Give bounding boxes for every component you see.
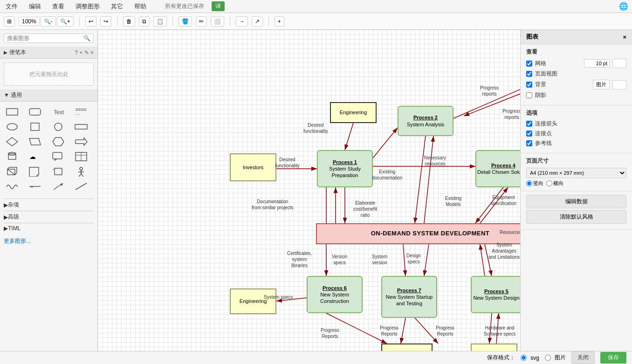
grid-checkbox[interactable]: [526, 61, 532, 67]
engineering-top-node[interactable]: Engineering: [330, 102, 377, 123]
shape-ellipse[interactable]: [4, 120, 21, 133]
shape-text[interactable]: Text: [50, 105, 67, 118]
undo-button[interactable]: ↩: [85, 16, 96, 27]
clear-style-button[interactable]: 清除默认风格: [526, 210, 626, 224]
shape-heading[interactable]: ====----: [73, 105, 89, 118]
globe-icon: 🌐: [619, 2, 628, 11]
shape-line[interactable]: [73, 180, 89, 193]
portrait-label: 竖向: [533, 180, 543, 187]
background-color-box[interactable]: [612, 80, 626, 89]
advanced-section[interactable]: ▶ 高级: [4, 211, 94, 223]
shape-button[interactable]: ⬜: [211, 16, 224, 27]
process6-body: New System Construction: [308, 291, 362, 305]
shape-double-arrow[interactable]: ↔: [27, 180, 43, 193]
background-label: 背景: [535, 81, 590, 89]
more-shapes-link[interactable]: 更多图形...: [0, 235, 97, 247]
advanced-section-label: 高级: [8, 213, 19, 221]
grid-value-input[interactable]: [584, 59, 610, 68]
redo-button[interactable]: ↪: [100, 16, 111, 27]
connect-arrows-checkbox[interactable]: [526, 121, 532, 127]
edit-data-button[interactable]: 编辑数据: [526, 195, 626, 208]
shape-table[interactable]: [73, 150, 89, 163]
canvas-area[interactable]: Management Engineering Process 2 System …: [98, 30, 520, 364]
shape-process[interactable]: [50, 165, 67, 178]
shape-rounded-rect[interactable]: [27, 105, 43, 118]
connect-points-checkbox[interactable]: [526, 130, 532, 137]
background-image-button[interactable]: 图片: [593, 80, 610, 89]
shape-person[interactable]: [73, 165, 89, 178]
shape-arrow-right[interactable]: [73, 135, 89, 148]
image-radio[interactable]: [545, 355, 551, 361]
add-button[interactable]: +: [275, 16, 284, 27]
arrow-curved-button[interactable]: ↗: [252, 16, 263, 27]
close-button[interactable]: 关闭: [571, 351, 595, 364]
zoom-display[interactable]: 100%: [19, 17, 40, 26]
landscape-radio-label[interactable]: 横向: [546, 180, 563, 187]
shape-cylinder[interactable]: [4, 150, 21, 163]
shape-callout[interactable]: [50, 150, 67, 163]
guidelines-checkbox[interactable]: [526, 140, 532, 146]
central-node[interactable]: ON-DEMAND SYSTEM DEVELOPMENT: [316, 223, 520, 244]
shape-diamond[interactable]: [4, 135, 21, 148]
panel-close-icon[interactable]: ×: [623, 34, 626, 41]
menu-file[interactable]: 文件: [4, 1, 20, 12]
shape-horizontal-rect[interactable]: [73, 120, 89, 133]
shape-3d-box[interactable]: [4, 165, 21, 178]
translate-button[interactable]: 译: [212, 1, 225, 11]
process6-node[interactable]: Process 6 New System Construction: [307, 276, 363, 313]
process7-node[interactable]: Process 7 New System Startup and Testing: [381, 276, 437, 318]
investors-node[interactable]: Investors: [230, 153, 276, 181]
fill-button[interactable]: 🪣: [179, 16, 192, 27]
process4-node[interactable]: Process 4 Detail Chosen Solution: [475, 150, 520, 187]
menu-other[interactable]: 其它: [109, 1, 125, 12]
shape-parallelogram[interactable]: [27, 135, 43, 148]
general-section-header[interactable]: ▼ 通用: [0, 89, 97, 102]
image-radio-label[interactable]: 图片: [545, 354, 566, 362]
toolbar-separator-3: [172, 17, 173, 26]
menu-help[interactable]: 帮助: [132, 1, 148, 12]
search-box[interactable]: 🔍: [4, 34, 94, 43]
search-input[interactable]: [7, 35, 83, 41]
shape-squiggle[interactable]: [4, 180, 21, 193]
shape-hexagon[interactable]: [50, 135, 67, 148]
misc-section[interactable]: ▶ 杂项: [4, 199, 94, 211]
page-button[interactable]: ⊞: [4, 16, 15, 27]
label-progress-reports-6: ProgressReports: [321, 327, 339, 339]
timl-section[interactable]: ▶ TIML: [4, 223, 94, 234]
notebook-section-header[interactable]: ▶ 便笔本 ? + ✎ ×: [0, 47, 97, 59]
menu-view[interactable]: 查看: [50, 1, 66, 12]
arrow-straight-button[interactable]: →: [236, 16, 248, 27]
grid-color-box[interactable]: [612, 59, 626, 68]
delete-button[interactable]: 🗑: [123, 16, 135, 27]
shape-diagonal-arrow[interactable]: [50, 180, 67, 193]
page-view-checkbox[interactable]: [526, 71, 532, 77]
shape-square[interactable]: [27, 120, 43, 133]
stroke-button[interactable]: ✏: [196, 16, 207, 27]
shape-circle[interactable]: [50, 120, 67, 133]
save-button[interactable]: 保存: [600, 352, 626, 364]
shape-cloud[interactable]: ☁: [27, 150, 43, 163]
process1-body: System Study Preparation: [318, 165, 372, 179]
engineering-bottom-node[interactable]: Engineering: [230, 288, 276, 314]
menu-adjust[interactable]: 调整图形: [74, 1, 102, 12]
paste-button[interactable]: 📋: [153, 16, 167, 27]
zoom-in-button[interactable]: 🔍+: [57, 16, 74, 27]
svg-text:↔: ↔: [29, 184, 34, 189]
process2-node[interactable]: Process 2 System Analysis: [398, 106, 453, 136]
svg-radio-label[interactable]: svg: [521, 355, 539, 361]
zoom-out-button[interactable]: 🔍-: [41, 16, 56, 27]
shape-rectangle[interactable]: [4, 105, 21, 118]
connect-arrows-row: 连接箭头: [526, 120, 626, 128]
portrait-radio-label[interactable]: 竖向: [526, 180, 543, 187]
svg-radio[interactable]: [521, 355, 527, 361]
shadow-checkbox[interactable]: [526, 92, 532, 98]
process5-node[interactable]: Process 5 New System Design: [471, 276, 520, 313]
process1-node[interactable]: Process 1 System Study Preparation: [317, 150, 373, 187]
menu-edit[interactable]: 编辑: [27, 1, 43, 12]
copy-button[interactable]: ⧉: [139, 16, 150, 27]
landscape-radio[interactable]: [546, 180, 552, 186]
background-checkbox[interactable]: [526, 82, 532, 88]
page-size-select[interactable]: A4 (210 mm × 297 mm): [526, 168, 626, 178]
shape-note[interactable]: [27, 165, 43, 178]
portrait-radio[interactable]: [526, 180, 532, 186]
